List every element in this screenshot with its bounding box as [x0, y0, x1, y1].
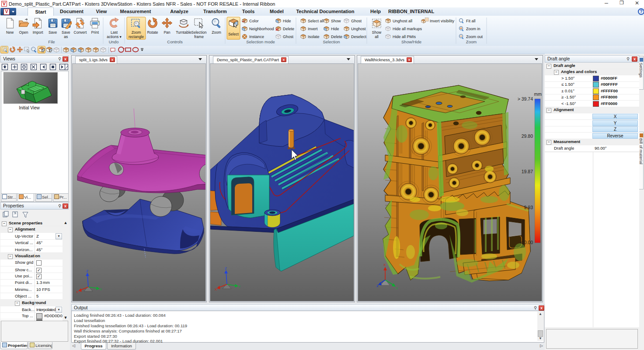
svg-text:Controls: Controls: [167, 39, 183, 44]
svg-text:Fit all: Fit all: [466, 19, 476, 23]
svg-text:Delete: Delete: [283, 27, 294, 31]
svg-text:Open: Open: [19, 30, 28, 35]
svg-text:Zoom: Zoom: [466, 39, 477, 44]
svg-text:Y: Y: [238, 285, 241, 289]
svg-text:Z: Z: [86, 269, 88, 273]
svg-text:Zoom: Zoom: [212, 30, 221, 35]
svg-text:Save: Save: [62, 30, 70, 35]
svg-text:Select: Select: [228, 32, 239, 36]
svg-text:Deselect: Deselect: [351, 35, 367, 39]
svg-text:Turntable: Turntable: [176, 30, 191, 35]
svg-text:29.80: 29.80: [522, 133, 533, 139]
svg-text:Invert visibility: Invert visibility: [430, 19, 455, 23]
svg-text:Hide all PMIs: Hide all PMIs: [393, 35, 416, 39]
svg-text:9.93: 9.93: [524, 205, 533, 210]
svg-text:frame: frame: [194, 35, 204, 39]
svg-text:Delete: Delete: [331, 35, 342, 39]
svg-text:Rotate: Rotate: [147, 30, 158, 35]
svg-text:mm: mm: [534, 91, 542, 97]
svg-text:Instance: Instance: [249, 35, 264, 39]
svg-text:< 0.00: < 0.00: [520, 240, 533, 245]
svg-text:Select all: Select all: [308, 19, 324, 23]
svg-text:Z: Z: [376, 284, 379, 288]
svg-text:Hide all markups: Hide all markups: [393, 27, 422, 31]
svg-text:Save: Save: [49, 30, 57, 35]
svg-text:Undo: Undo: [109, 39, 119, 44]
svg-text:Print: Print: [91, 30, 99, 35]
svg-text:Convert: Convert: [74, 30, 87, 35]
svg-text:Selection: Selection: [323, 39, 340, 44]
svg-text:Color: Color: [249, 19, 259, 23]
svg-text:actions ▾: actions ▾: [107, 35, 122, 39]
svg-text:Show: Show: [372, 30, 382, 35]
svg-text:Selection mode: Selection mode: [246, 39, 275, 44]
svg-text:Neighborhood: Neighborhood: [249, 27, 274, 31]
svg-text:Unghost all: Unghost all: [393, 19, 412, 23]
svg-text:Z: Z: [225, 266, 227, 270]
svg-text:Isolate: Isolate: [308, 35, 320, 39]
svg-text:Zoom in: Zoom in: [466, 27, 480, 31]
svg-text:as: as: [64, 35, 68, 39]
svg-text:X: X: [76, 290, 79, 294]
svg-text:Zoom: Zoom: [132, 30, 141, 35]
svg-text:Hide: Hide: [283, 19, 291, 23]
svg-text:Unghost: Unghost: [351, 27, 366, 31]
svg-text:New: New: [6, 30, 14, 35]
svg-text:Show/Hide: Show/Hide: [401, 39, 421, 44]
svg-text:X: X: [215, 287, 217, 291]
svg-text:Y: Y: [100, 287, 102, 291]
svg-text:X: X: [383, 263, 386, 267]
svg-text:Ghost: Ghost: [351, 19, 362, 23]
svg-text:Last: Last: [111, 30, 118, 35]
svg-text:Pan: Pan: [164, 30, 170, 35]
svg-text:Import: Import: [33, 30, 44, 35]
svg-text:File: File: [48, 39, 55, 44]
svg-text:Selection: Selection: [191, 30, 207, 35]
svg-text:Hide: Hide: [331, 27, 339, 31]
svg-text:Show: Show: [331, 19, 341, 23]
svg-text:Ghost: Ghost: [283, 35, 294, 39]
svg-text:> 39.74: > 39.74: [518, 96, 533, 102]
svg-text:rectangle: rectangle: [129, 35, 144, 39]
svg-text:Y: Y: [396, 287, 398, 290]
svg-text:Zoom out: Zoom out: [466, 35, 483, 39]
svg-text:Invert: Invert: [308, 27, 318, 31]
svg-text:19.87: 19.87: [522, 169, 533, 174]
svg-text:all: all: [375, 35, 379, 39]
